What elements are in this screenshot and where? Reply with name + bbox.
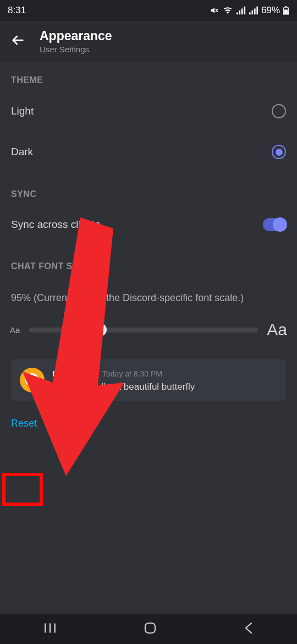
signal-icon-2	[249, 6, 258, 15]
header: Appearance User Settings	[0, 21, 297, 62]
back-button[interactable]	[243, 621, 254, 637]
svg-rect-1	[285, 6, 287, 7]
battery-icon	[283, 6, 289, 15]
wifi-icon	[222, 6, 233, 15]
status-bar: 8:31 69%	[0, 0, 297, 21]
annotation-highlight-box	[2, 473, 43, 506]
theme-option-light[interactable]: Light	[0, 91, 297, 132]
font-scale-description: 95% (Currently using the Discord-specifi…	[0, 277, 297, 309]
reset-button[interactable]: Reset	[11, 414, 37, 433]
page-title: Appearance	[40, 29, 112, 43]
font-scaling-header: CHAT FONT SCALING	[0, 248, 297, 277]
avatar	[20, 368, 45, 392]
svg-rect-7	[145, 623, 155, 633]
sync-section-header: SYNC	[0, 176, 297, 205]
system-nav-bar	[0, 614, 297, 644]
page-subtitle: User Settings	[40, 45, 112, 54]
radio-selected-icon[interactable]	[272, 145, 286, 159]
theme-dark-label: Dark	[11, 146, 33, 158]
preview-username: moinzisun	[52, 368, 97, 379]
status-time: 8:31	[8, 5, 26, 16]
large-aa-label: Aa	[267, 320, 287, 339]
home-button[interactable]	[144, 621, 157, 637]
sync-toggle-row[interactable]: Sync across clients	[0, 205, 297, 244]
preview-timestamp: Today at 8:30 PM	[102, 369, 162, 378]
header-text: Appearance User Settings	[40, 29, 112, 54]
preview-message: Look at me I'm a beautiful butterfly	[52, 381, 195, 392]
svg-rect-2	[284, 10, 288, 14]
message-preview: moinzisun Today at 8:30 PM Look at me I'…	[11, 359, 286, 401]
theme-section-header: THEME	[0, 62, 297, 91]
sync-label: Sync across clients	[11, 219, 101, 231]
theme-light-label: Light	[11, 105, 34, 117]
slider-thumb[interactable]	[94, 323, 107, 336]
status-right: 69%	[210, 5, 289, 16]
theme-option-dark[interactable]: Dark	[0, 132, 297, 172]
back-icon[interactable]	[10, 32, 25, 50]
font-scale-slider[interactable]: Aa Aa	[0, 309, 297, 348]
mute-icon	[210, 6, 219, 15]
recents-button[interactable]	[43, 622, 57, 636]
battery-percent: 69%	[261, 5, 280, 16]
toggle-switch[interactable]	[263, 218, 286, 231]
radio-unselected-icon[interactable]	[272, 104, 286, 118]
small-aa-label: Aa	[10, 325, 20, 335]
slider-track[interactable]	[29, 328, 258, 332]
signal-icon-1	[236, 6, 246, 15]
